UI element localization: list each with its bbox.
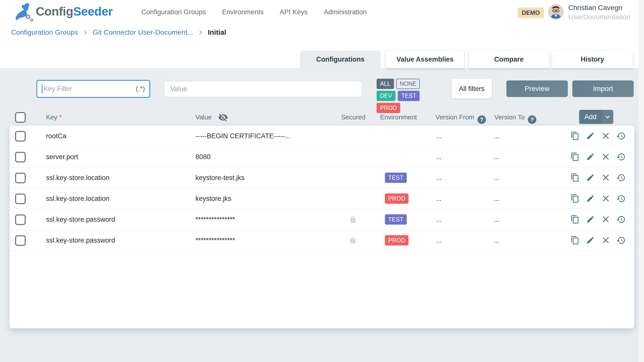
import-button[interactable]: Import bbox=[572, 80, 634, 97]
environment-chip-dev[interactable]: DEV bbox=[377, 91, 395, 101]
column-environment: Environment bbox=[380, 113, 417, 121]
row-value: 8080 bbox=[195, 153, 211, 161]
tab-history[interactable]: History bbox=[552, 51, 633, 68]
select-all-checkbox[interactable] bbox=[15, 112, 26, 123]
breadcrumb: Configuration Groups Git Connector User-… bbox=[11, 26, 226, 39]
breadcrumb-link[interactable]: Configuration Groups bbox=[11, 28, 78, 36]
row-key: rootCa bbox=[46, 132, 66, 140]
add-button[interactable]: Add bbox=[579, 110, 613, 124]
row-actions bbox=[570, 152, 626, 161]
avatar[interactable] bbox=[548, 4, 564, 20]
row-version-to: ... bbox=[494, 132, 500, 140]
demo-badge: DEMO bbox=[518, 8, 544, 18]
app-logo[interactable]: ConfigSeeder bbox=[36, 5, 113, 18]
breadcrumb-link[interactable]: Git Connector User-Document... bbox=[93, 28, 193, 36]
help-icon[interactable]: ? bbox=[477, 115, 486, 124]
delete-icon[interactable] bbox=[601, 215, 610, 224]
text-cursor bbox=[42, 84, 43, 94]
copy-icon[interactable] bbox=[570, 152, 580, 161]
row-actions bbox=[570, 194, 626, 203]
environment-chip-test[interactable]: TEST bbox=[398, 91, 420, 101]
required-asterisk: * bbox=[59, 113, 62, 121]
row-checkbox[interactable] bbox=[15, 214, 26, 225]
svg-text:⚙: ⚙ bbox=[30, 18, 33, 22]
add-button-label: Add bbox=[579, 110, 602, 124]
row-version-from: ... bbox=[436, 153, 442, 161]
logo-part-seeder: Seeder bbox=[73, 5, 113, 18]
row-value: *************** bbox=[195, 215, 235, 223]
column-version-from: Version From? bbox=[435, 113, 486, 124]
delete-icon[interactable] bbox=[601, 236, 610, 245]
table-row: ssl.key-store.password *************** P… bbox=[10, 230, 634, 251]
delete-icon[interactable] bbox=[601, 152, 610, 161]
row-actions bbox=[570, 236, 626, 245]
edit-icon[interactable] bbox=[586, 173, 595, 182]
value-filter-input[interactable] bbox=[170, 85, 356, 93]
chevron-right-icon bbox=[82, 29, 89, 36]
history-icon[interactable] bbox=[616, 131, 626, 141]
column-secured: Secured bbox=[341, 113, 366, 121]
environment-chip-none[interactable]: NONE bbox=[396, 79, 420, 89]
nav-item-administration[interactable]: Administration bbox=[324, 8, 367, 16]
row-checkbox[interactable] bbox=[15, 194, 26, 204]
row-actions bbox=[570, 131, 626, 141]
copy-icon[interactable] bbox=[570, 131, 580, 141]
key-filter-input[interactable] bbox=[43, 85, 133, 93]
column-key: Key* bbox=[46, 113, 62, 121]
row-version-from: ... bbox=[436, 215, 442, 223]
history-icon[interactable] bbox=[616, 236, 626, 245]
environment-chip-all[interactable]: ALL bbox=[377, 79, 394, 89]
environment-filter-chips: ALL NONE DEV TEST PROD bbox=[377, 79, 437, 113]
row-value: keystore.jks bbox=[195, 195, 231, 202]
row-key: ssl.key-store.location bbox=[46, 174, 109, 182]
lock-icon bbox=[349, 215, 357, 224]
user-info[interactable]: Christian Cavegn UserDocumentation bbox=[568, 3, 630, 22]
nav-item-configuration-groups[interactable]: Configuration Groups bbox=[141, 8, 206, 16]
row-version-from: ... bbox=[436, 174, 442, 182]
hide-values-icon[interactable] bbox=[218, 112, 228, 124]
table-header: Key* Value Secured Environment Version F… bbox=[0, 110, 638, 125]
row-checkbox[interactable] bbox=[15, 152, 26, 162]
edit-icon[interactable] bbox=[586, 236, 595, 245]
copy-icon[interactable] bbox=[570, 194, 580, 203]
row-key: ssl.key-store.password bbox=[46, 215, 115, 223]
table-row: ssl.key-store.location keystore.jks PROD… bbox=[10, 188, 634, 209]
scrollbar[interactable] bbox=[638, 0, 644, 362]
row-checkbox[interactable] bbox=[15, 173, 26, 183]
edit-icon[interactable] bbox=[586, 152, 595, 161]
row-checkbox[interactable] bbox=[15, 235, 26, 246]
nav-item-api-keys[interactable]: API Keys bbox=[280, 8, 308, 16]
tab-value-assemblies[interactable]: Value Assemblies bbox=[386, 51, 464, 68]
edit-icon[interactable] bbox=[586, 215, 595, 224]
edit-icon[interactable] bbox=[586, 131, 595, 141]
table-row: rootCa -----BEGIN CERTIFICATE-----... ..… bbox=[10, 126, 634, 147]
row-value: *************** bbox=[195, 236, 235, 244]
delete-icon[interactable] bbox=[601, 173, 610, 182]
column-value: Value bbox=[195, 113, 212, 121]
copy-icon[interactable] bbox=[570, 173, 580, 182]
main-nav: Configuration Groups Environments API Ke… bbox=[141, 0, 367, 24]
delete-icon[interactable] bbox=[601, 194, 610, 203]
edit-icon[interactable] bbox=[586, 194, 595, 203]
all-filters-button[interactable]: All filters bbox=[451, 79, 492, 99]
nav-item-environments[interactable]: Environments bbox=[222, 8, 264, 16]
history-icon[interactable] bbox=[616, 215, 626, 224]
tab-compare[interactable]: Compare bbox=[469, 51, 549, 68]
row-value: -----BEGIN CERTIFICATE-----... bbox=[195, 132, 291, 140]
history-icon[interactable] bbox=[616, 173, 626, 182]
history-icon[interactable] bbox=[616, 194, 626, 203]
column-version-to: Version To? bbox=[494, 113, 536, 124]
row-version-to: ... bbox=[494, 174, 500, 182]
preview-button[interactable]: Preview bbox=[506, 80, 568, 97]
chevron-down-icon[interactable] bbox=[602, 110, 613, 124]
history-icon[interactable] bbox=[616, 152, 626, 161]
configseeder-logo-icon: ⚙ ⚙ bbox=[13, 3, 33, 22]
row-checkbox[interactable] bbox=[15, 131, 26, 142]
key-filter-field: (.*) bbox=[36, 80, 150, 98]
tab-configurations[interactable]: Configurations bbox=[300, 51, 381, 68]
copy-icon[interactable] bbox=[570, 236, 580, 245]
row-version-to: ... bbox=[494, 195, 500, 202]
copy-icon[interactable] bbox=[570, 215, 580, 224]
delete-icon[interactable] bbox=[601, 131, 610, 141]
help-icon[interactable]: ? bbox=[528, 115, 536, 124]
